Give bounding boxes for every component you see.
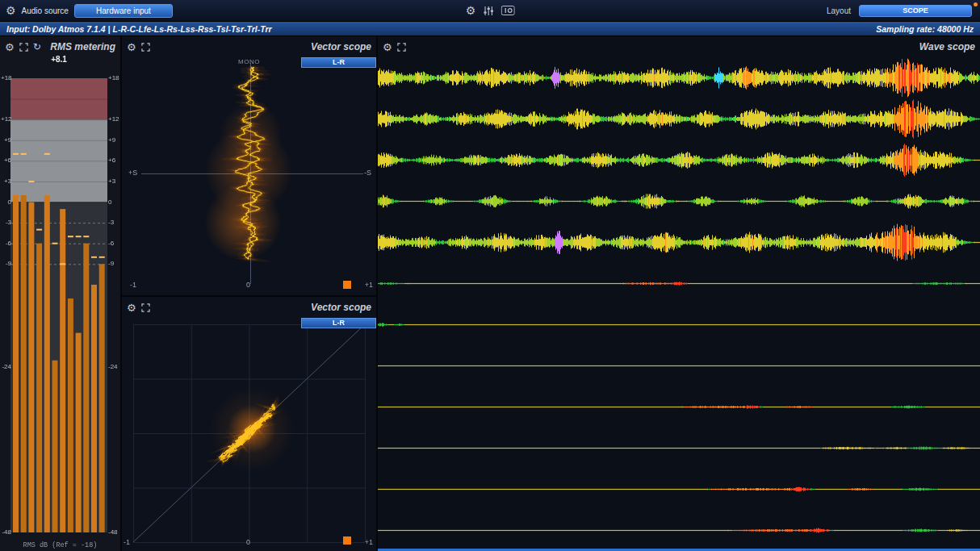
rms-tick-label: +12 [108, 116, 119, 123]
rms-level-meters [0, 57, 120, 551]
audio-source-group: ⚙ Audio source Hardware input [0, 4, 173, 18]
rms-tick-label: -3 [1, 219, 11, 226]
layout-button[interactable]: Layout [827, 6, 851, 15]
rms-tick-label: +3 [108, 178, 119, 185]
rms-tick-label: -48 [108, 529, 119, 536]
rms-tick-label: -9 [1, 261, 11, 267]
wave-panel-header: ⚙ Wave scope [378, 36, 980, 57]
rms-reset-icon[interactable]: ↻ [33, 42, 41, 52]
vs1-axis-neg: -1 [130, 281, 136, 289]
vs1-mode-button[interactable]: L-R [301, 57, 376, 68]
rms-tick-label: -6 [108, 240, 119, 247]
hardware-input-button[interactable]: Hardware input [74, 4, 173, 18]
vs2-axis-zero: 0 [246, 538, 250, 546]
rms-tick-label: +3 [1, 178, 11, 185]
goniometer-display [122, 57, 376, 295]
rms-tick-label: +6 [108, 157, 119, 164]
rms-tick-label: 0 [108, 199, 119, 206]
vs2-panel-title: Vector scope [311, 302, 371, 313]
io-icon[interactable] [500, 6, 514, 15]
vs2-clip-indicator[interactable] [343, 536, 351, 545]
rms-tick-label: -6 [1, 240, 11, 247]
wave-scope-panel: ⚙ Wave scope [378, 36, 980, 551]
rms-peak-readout: +8.1 [0, 55, 118, 64]
top-toolbar: ⚙ Audio source Hardware input ⚙ Layout S… [0, 0, 980, 22]
vs2-settings-icon[interactable]: ⚙ [127, 303, 136, 313]
sampling-rate-label: Sampling rate: 48000 Hz [876, 24, 974, 34]
vs1-minus-s-label: -S [364, 169, 371, 177]
status-indicator-dot [974, 2, 978, 6]
layout-group: Layout SCOPE [827, 5, 980, 17]
rms-tick-label: +6 [1, 157, 11, 164]
rms-tick-label: -48 [1, 529, 11, 536]
rms-settings-icon[interactable]: ⚙ [5, 42, 15, 52]
rms-tick-label: -9 [108, 261, 119, 267]
vs2-fullscreen-icon[interactable] [141, 303, 150, 312]
vs1-panel-header: ⚙ Vector scope [122, 36, 376, 57]
vs1-plus-s-label: +S [128, 169, 137, 177]
wave-panel-title: Wave scope [919, 41, 975, 52]
vs2-axis-pos: +1 [365, 538, 373, 546]
vs2-axis-neg: -1 [124, 538, 130, 546]
vs1-panel-title: Vector scope [311, 41, 371, 52]
vs1-axis-zero: 0 [246, 281, 250, 289]
analyzer-window: { "topbar": { "audio_source": "Audio sou… [0, 0, 980, 551]
rms-tick-label: -24 [108, 364, 119, 370]
scope-button[interactable]: SCOPE [859, 5, 972, 17]
vs2-mode-button[interactable]: L-R [301, 318, 376, 328]
rms-tick-label: -24 [1, 364, 11, 370]
wave-settings-icon[interactable]: ⚙ [383, 42, 392, 52]
settings-gear-icon[interactable]: ⚙ [6, 5, 16, 16]
vs1-clip-indicator[interactable] [343, 281, 351, 289]
vs2-panel-header: ⚙ Vector scope [122, 297, 376, 318]
rms-tick-label: +9 [1, 137, 11, 144]
rms-tick-label: +18 [108, 75, 119, 81]
rms-fullscreen-icon[interactable] [19, 43, 28, 52]
rms-tick-label: 0 [1, 199, 11, 206]
rms-panel-title: RMS metering [50, 41, 115, 52]
setup-gear-icon[interactable]: ⚙ [466, 5, 476, 16]
wave-fullscreen-icon[interactable] [397, 43, 406, 52]
vs1-fullscreen-icon[interactable] [141, 43, 150, 52]
rms-tick-label: -3 [108, 219, 119, 226]
mixer-channels-icon[interactable] [483, 6, 493, 16]
waveform-display [378, 57, 980, 551]
rms-footer-label: RMS dB (Ref = -18) [0, 541, 120, 549]
vs1-settings-icon[interactable]: ⚙ [127, 42, 136, 52]
input-info-bar: Input: Dolby Atmos 7.1.4 | L-R-C-Lfe-Ls-… [0, 22, 980, 36]
vector-scope-panel-bottom: ⚙ Vector scope L-R -1 0 +1 [122, 297, 376, 551]
rms-tick-label: +9 [108, 137, 119, 144]
input-format-label: Input: Dolby Atmos 7.1.4 | L-R-C-Lfe-Ls-… [6, 24, 272, 34]
rms-metering-panel: ⚙ ↻ RMS metering +8.1 +18+18+12+12+9+9+6… [0, 36, 120, 551]
vector-scope-panel-top: ⚙ Vector scope L-R MONO +S -S -1 0 +1 [122, 36, 376, 295]
center-tools-group: ⚙ [466, 5, 515, 16]
rms-tick-label: +12 [1, 116, 11, 123]
audio-source-label: Audio source [22, 6, 69, 15]
vs1-axis-pos: +1 [365, 281, 373, 289]
vs1-mono-label: MONO [238, 58, 260, 65]
rms-tick-label: +18 [1, 75, 11, 81]
correlation-display [122, 318, 376, 551]
